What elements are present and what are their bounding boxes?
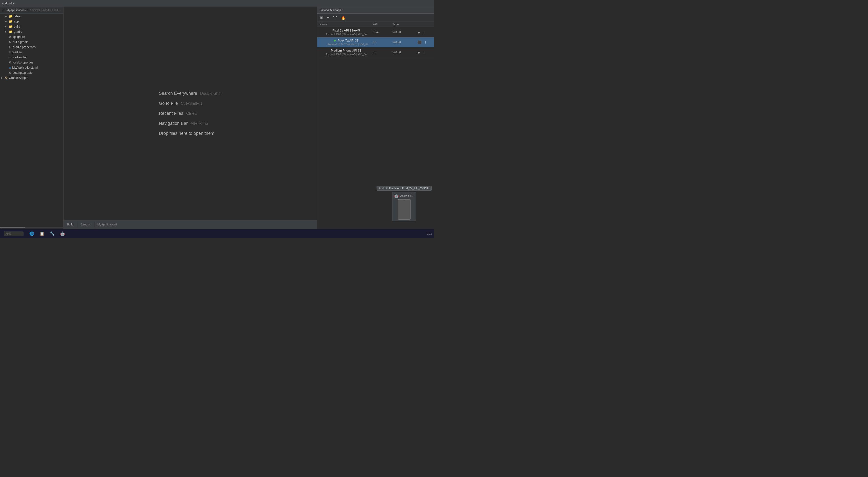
device-actions-medium-phone: ▶ ⋮ [417,50,432,55]
hint-label-go-to-file: Go to File [159,101,178,106]
device-manager-toolbar: ⊞ + 🔥 [317,14,434,22]
chevron-right-icon: ▶ [5,20,8,23]
folder-icon: 📁 [9,30,13,33]
device-manager-title: Device Manager [317,7,434,14]
project-label-text: MyApplication2 [97,223,117,226]
git-icon: ⊘ [9,35,11,39]
device-name-pixel7a-33: Pixel 7a API 33 Android 13.0 ("Tiramisu"… [319,39,373,46]
more-options-button-ext5[interactable]: ⋮ [422,30,427,34]
taskbar-icon-1[interactable]: 🌐 [27,230,36,237]
device-type-pixel7a-33: Virtual [393,40,417,44]
sidebar-item-app[interactable]: ▶ 📁 app [0,19,63,24]
device-name-pixel7a-ext5: Pixel 7a API 33-ext5 Android 13.0 ("Tira… [319,29,373,36]
sidebar-item-label: settings.gradle [13,71,32,74]
sidebar-item-build[interactable]: ▶ 📁 build [0,24,63,29]
device-actions-pixel7a-33: ⬛ ⋮ [417,40,432,44]
emulator-popup-section: Android Emulator - Pixel_7a_API_33:5554 … [377,186,432,221]
sidebar-item-local-properties[interactable]: ▶ ⚙ local.properties [0,60,63,65]
emulator-card[interactable]: 🤖 Android E... [392,192,416,221]
sidebar-header: ☰ MyApplication2 C:\Users\shin4\AndroidS… [0,7,63,14]
taskbar-search-input[interactable] [4,231,24,236]
taskbar-icon-2[interactable]: 📋 [38,230,46,237]
folder-icon: 📁 [9,20,13,23]
hint-navigation-bar: Navigation Bar Alt+Home [159,121,208,126]
sidebar-item-label: build.gradle [13,40,29,44]
sidebar-item-gradle-properties[interactable]: ▶ ⚙ gradle.properties [0,44,63,50]
sidebar: ☰ MyApplication2 C:\Users\shin4\AndroidS… [0,7,64,229]
main-layout: ☰ MyApplication2 C:\Users\shin4\AndroidS… [0,7,434,229]
tab-sync[interactable]: Sync ✕ [77,222,95,227]
file-icon: ≡ [9,56,11,59]
folder-icon: 📁 [9,14,13,18]
editor-area: Search Everywhere Double Shift Go to Fil… [64,7,317,229]
scroll-thumb [0,227,25,228]
device-name-medium-phone: Medium Phone API 33 Android 13.0 ("Tiram… [319,49,373,56]
tab-build-label: Build [67,223,73,226]
sidebar-item-label: .gitignore [12,35,25,39]
sidebar-item-label: local.properties [13,61,33,64]
more-options-button-medium[interactable]: ⋮ [422,50,427,55]
device-actions-pixel7a-ext5: ▶ ⋮ [417,30,432,34]
taskbar-clock: 9:12 [427,232,432,235]
sidebar-item-label: MyApplication2.iml [12,66,38,69]
stop-device-button-33[interactable]: ⬛ [417,40,422,44]
chevron-right-icon: ▶ [1,76,4,79]
bottom-bar: Build Sync ✕ MyApplication2 [64,220,317,229]
device-api-pixel7a-ext5: 33-e... [373,31,393,34]
device-row-pixel7a-ext5[interactable]: Pixel 7a API 33-ext5 Android 13.0 ("Tira… [317,27,434,37]
device-name-main-pixel7a-ext5: Pixel 7a API 33-ext5 [332,29,360,32]
sidebar-item-idea[interactable]: ▶ 📁 .idea [0,14,63,19]
sidebar-project-path: C:\Users\shin4\AndroidStudioProjects\MyA… [28,9,61,11]
sidebar-item-gradle[interactable]: ▶ 📁 gradle [0,29,63,34]
sidebar-item-label: build [14,25,20,28]
chevron-right-icon: ▶ [5,25,8,28]
folder-icon: 📁 [9,25,13,28]
device-row-medium-phone[interactable]: Medium Phone API 33 Android 13.0 ("Tiram… [317,47,434,57]
col-header-name: Name [319,23,373,26]
wifi-button[interactable] [332,15,338,21]
device-row-pixel7a-33[interactable]: Pixel 7a API 33 Android 13.0 ("Tiramisu"… [317,37,434,47]
tab-sync-label: Sync [81,223,87,226]
hint-go-to-file: Go to File Ctrl+Shift+N [159,101,202,106]
device-table-header: Name API Type [317,22,434,27]
hint-label-search-everywhere: Search Everywhere [159,91,197,96]
col-header-actions [417,23,432,26]
welcome-hints: Search Everywhere Double Shift Go to Fil… [159,91,221,136]
add-device-button[interactable]: + [326,15,330,20]
chevron-right-icon: ▶ [5,15,8,18]
taskbar-search[interactable] [2,230,25,237]
sidebar-item-settings-gradle[interactable]: ▶ ⚙ settings.gradle [0,70,63,75]
more-options-button-33[interactable]: ⋮ [423,40,428,44]
horizontal-scrollbar[interactable] [0,227,63,228]
device-name-sub-pixel7a-33: Android 13.0 ("Tiramisu") | x86_64 [324,43,368,46]
sidebar-item-build-gradle[interactable]: ▶ ⚙ build.gradle [0,39,63,44]
hint-label-navigation-bar: Navigation Bar [159,121,188,126]
gradle-icon: ⚙ [9,71,12,74]
emulator-tooltip: Android Emulator - Pixel_7a_API_33:5554 [377,186,432,191]
emulator-screen [398,199,410,220]
sidebar-item-gradlew[interactable]: ▶ ≡ gradlew [0,50,63,55]
run-device-button-ext5[interactable]: ▶ [417,30,421,34]
sidebar-item-label: gradle [14,30,22,33]
sidebar-item-gradle-scripts[interactable]: ▶ ⚙ Gradle Scripts [0,75,63,81]
grid-view-button[interactable]: ⊞ [319,15,324,21]
gradle-icon: ⚙ [9,40,12,44]
sidebar-item-gitignore[interactable]: ▶ ⊘ .gitignore [0,34,63,39]
hint-shortcut-go-to-file: Ctrl+Shift+N [181,101,202,106]
emulator-card-header: 🤖 Android E... [394,193,414,198]
hint-shortcut-navigation-bar: Alt+Home [191,121,208,126]
hint-search-everywhere: Search Everywhere Double Shift [159,91,221,96]
run-device-button-medium[interactable]: ▶ [417,50,421,55]
taskbar-icon-3[interactable]: 🔧 [48,230,57,237]
top-bar: android ▾ [0,0,434,7]
tab-sync-close-icon[interactable]: ✕ [89,223,91,226]
fire-button[interactable]: 🔥 [340,15,347,21]
sidebar-item-gradlew-bat[interactable]: ▶ ≡ gradlew.bat [0,55,63,60]
hint-recent-files: Recent Files Ctrl+E [159,111,197,116]
sidebar-item-myapplication2-iml[interactable]: ▶ ◈ MyApplication2.iml [0,65,63,70]
device-type-pixel7a-ext5: Virtual [393,31,417,34]
device-name-sub-pixel7a-ext5: Android 13.0 ("Tiramisu") | x86_64 [326,33,367,36]
tab-build[interactable]: Build [64,222,77,227]
taskbar-icon-android-studio[interactable]: 🤖 [58,230,67,237]
device-name-main-pixel7a-33: Pixel 7a API 33 [338,39,359,42]
